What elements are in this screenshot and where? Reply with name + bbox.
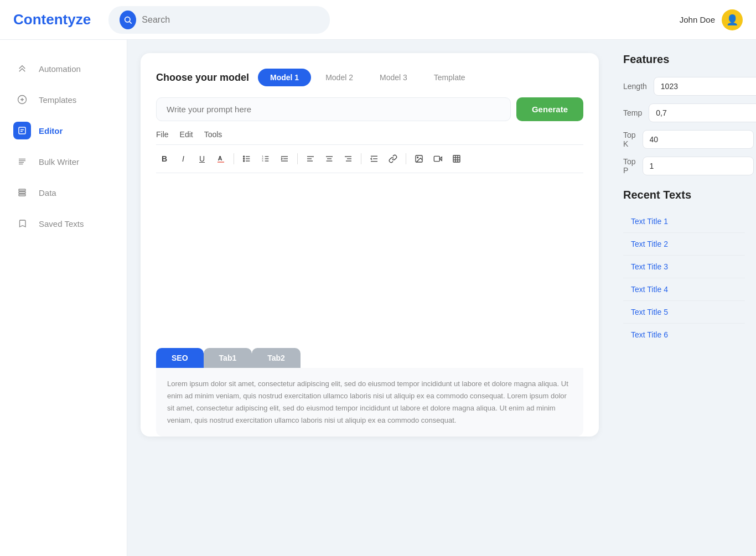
templates-icon	[13, 91, 31, 108]
image-icon	[415, 154, 423, 163]
sidebar-label-data: Data	[39, 188, 56, 198]
list-ol-icon: 1. 2. 3.	[261, 154, 270, 163]
align-center-button[interactable]	[321, 150, 338, 167]
text-color-icon: A	[216, 154, 225, 163]
sidebar-item-saved-texts[interactable]: Saved Texts	[0, 208, 127, 239]
align-left-icon	[306, 154, 315, 163]
feature-row-length: Length	[623, 77, 745, 96]
recent-item-1[interactable]: Text Title 1	[623, 210, 745, 233]
outdent-button[interactable]	[366, 150, 382, 167]
right-panel: Features Length Temp Top K Top P Recent …	[612, 40, 756, 556]
list-ul-icon	[242, 154, 251, 163]
feature-input-topk[interactable]	[643, 130, 754, 149]
link-button[interactable]	[385, 150, 401, 167]
indent-button[interactable]	[276, 150, 293, 167]
align-center-icon	[325, 154, 334, 163]
tab-1[interactable]: Tab1	[204, 348, 252, 368]
bulk-writer-icon	[13, 153, 31, 170]
features-title: Features	[623, 53, 745, 66]
model-tab-3[interactable]: Model 3	[367, 69, 420, 86]
file-menu-tools[interactable]: Tools	[204, 130, 222, 139]
sidebar-item-automation[interactable]: Automation	[0, 53, 127, 84]
svg-rect-45	[453, 155, 460, 162]
generate-button[interactable]: Generate	[516, 97, 583, 121]
saved-texts-icon	[13, 215, 31, 232]
video-icon	[433, 154, 442, 163]
align-left-button[interactable]	[302, 150, 319, 167]
feature-input-topp[interactable]	[643, 157, 754, 175]
sidebar-label-saved-texts: Saved Texts	[39, 219, 84, 228]
text-color-button[interactable]: A	[213, 150, 229, 167]
align-right-button[interactable]	[340, 150, 356, 167]
sidebar-label-bulk-writer: Bulk Writer	[39, 157, 79, 167]
user-name: John Doe	[680, 15, 715, 24]
image-button[interactable]	[411, 150, 427, 167]
svg-point-19	[244, 160, 245, 162]
sidebar-label-automation: Automation	[39, 64, 81, 74]
feature-row-temp: Temp	[623, 103, 745, 122]
underline-button[interactable]: U	[194, 150, 210, 167]
svg-rect-13	[218, 162, 224, 162]
recent-item-6[interactable]: Text Title 6	[623, 324, 745, 346]
svg-line-1	[130, 22, 132, 24]
recent-item-5[interactable]: Text Title 5	[623, 301, 745, 324]
svg-text:3.: 3.	[262, 159, 263, 162]
sidebar-item-data[interactable]: Data	[0, 177, 127, 208]
recent-texts-title: Recent Texts	[623, 189, 745, 201]
table-icon	[452, 154, 461, 163]
header-right: John Doe 👤	[680, 9, 743, 30]
file-menu-edit[interactable]: Edit	[180, 130, 193, 139]
svg-rect-2	[19, 127, 25, 134]
sidebar-item-bulk-writer[interactable]: Bulk Writer	[0, 146, 127, 177]
data-icon	[13, 184, 31, 201]
feature-label-topk: Top K	[623, 131, 636, 148]
svg-point-0	[125, 17, 130, 22]
main-content: Choose your model Model 1 Model 2 Model …	[127, 40, 612, 556]
feature-input-length[interactable]	[654, 77, 756, 96]
svg-rect-9	[19, 189, 25, 191]
video-button[interactable]	[429, 150, 446, 167]
feature-input-temp[interactable]	[649, 103, 756, 122]
outdent-icon	[370, 154, 379, 163]
bottom-tabs: SEO Tab1 Tab2	[156, 348, 583, 368]
italic-button[interactable]: I	[175, 150, 191, 167]
feature-row-topp: Top P	[623, 157, 745, 175]
file-menu-file[interactable]: File	[156, 130, 169, 139]
list-ol-button[interactable]: 1. 2. 3.	[257, 150, 274, 167]
model-tab-template[interactable]: Template	[422, 69, 478, 86]
svg-rect-11	[19, 194, 25, 196]
model-tab-2[interactable]: Model 2	[313, 69, 365, 86]
editor-body[interactable]	[156, 173, 583, 339]
svg-rect-10	[19, 192, 25, 194]
list-ul-button[interactable]	[239, 150, 255, 167]
feature-label-temp: Temp	[623, 108, 642, 117]
file-menu: File Edit Tools	[156, 130, 583, 139]
svg-rect-43	[434, 156, 439, 161]
search-bar	[108, 6, 330, 34]
toolbar-sep-3	[361, 153, 361, 164]
feature-label-topp: Top P	[623, 157, 636, 175]
choose-model-label: Choose your model	[156, 72, 249, 84]
svg-text:A: A	[218, 155, 222, 162]
feature-label-length: Length	[623, 82, 647, 91]
model-tab-1[interactable]: Model 1	[258, 69, 311, 86]
editor-card: Choose your model Model 1 Model 2 Model …	[141, 53, 599, 437]
sidebar-item-editor[interactable]: Editor	[0, 115, 127, 146]
recent-item-3[interactable]: Text Title 3	[623, 256, 745, 278]
svg-point-42	[417, 157, 418, 158]
table-button[interactable]	[448, 150, 465, 167]
tab-seo[interactable]: SEO	[156, 348, 204, 368]
link-icon	[389, 154, 397, 163]
recent-item-4[interactable]: Text Title 4	[623, 278, 745, 301]
layout: Automation Templates Editor	[0, 40, 756, 556]
sidebar: Automation Templates Editor	[0, 40, 127, 556]
toolbar-sep-4	[406, 153, 406, 164]
editor-icon	[13, 122, 31, 139]
tab-2[interactable]: Tab2	[252, 348, 301, 368]
sidebar-item-templates[interactable]: Templates	[0, 84, 127, 115]
toolbar-sep-2	[297, 153, 298, 164]
bold-button[interactable]: B	[156, 150, 173, 167]
recent-item-2[interactable]: Text Title 2	[623, 233, 745, 256]
prompt-input[interactable]	[156, 97, 511, 121]
search-input[interactable]	[142, 15, 319, 25]
